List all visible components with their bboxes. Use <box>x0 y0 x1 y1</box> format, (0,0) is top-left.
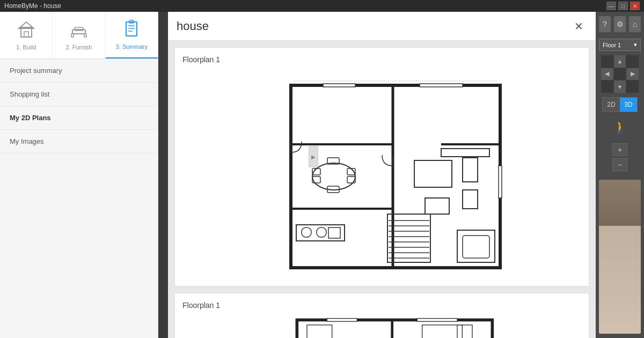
floor-selector[interactable]: Floor 1 ▾ <box>599 39 641 51</box>
floorplan-card-1: Floorplan 1 <box>174 47 589 286</box>
chevron-down-icon: ▾ <box>634 41 637 48</box>
maximize-button[interactable]: □ <box>618 2 628 10</box>
tab-summary-label: 3. Summary <box>116 43 148 50</box>
floor-selector-label: Floor 1 <box>603 42 621 48</box>
floorplan-2-label: Floorplan 1 <box>182 301 581 310</box>
svg-rect-48 <box>499 166 502 198</box>
window-title: HomeByMe - house <box>4 2 61 10</box>
floorplan-2-image <box>182 315 581 338</box>
floorplans-scroll[interactable]: Floorplan 1 <box>168 41 596 338</box>
svg-rect-5 <box>84 34 86 37</box>
home-icon: ⌂ <box>633 20 637 28</box>
minimize-button[interactable]: — <box>606 2 616 10</box>
window-controls: — □ ✕ <box>606 2 640 10</box>
floorplan-1-label: Floorplan 1 <box>182 55 581 64</box>
content-title: house <box>177 19 209 33</box>
svg-rect-57 <box>457 325 472 338</box>
sidebar-item-shopping-list[interactable]: Shopping list <box>0 83 158 106</box>
help-button[interactable]: ? <box>599 16 611 32</box>
svg-rect-37 <box>414 160 452 187</box>
nav-up-button[interactable]: ▲ <box>614 55 626 68</box>
sidebar-item-project-summary[interactable]: Project summary <box>0 59 158 83</box>
nav-tabs: 1. Build 2. Furnish <box>0 12 158 59</box>
settings-icon: ⚙ <box>617 20 624 28</box>
navigation-cross: ▲ ◀ ▶ ▼ <box>601 55 639 93</box>
svg-rect-53 <box>327 319 357 322</box>
sidebar-item-my-2d-plans[interactable]: My 2D Plans <box>0 106 158 130</box>
preview-3d <box>599 180 641 334</box>
tab-build[interactable]: 1. Build <box>0 12 53 58</box>
svg-rect-39 <box>463 190 478 209</box>
svg-rect-47 <box>420 84 463 87</box>
svg-rect-43 <box>463 236 489 258</box>
view-2d-button[interactable]: 2D <box>603 98 620 112</box>
zoom-out-button[interactable]: − <box>612 158 627 171</box>
view-3d-button[interactable]: 3D <box>620 98 637 112</box>
sidebar: 1. Build 2. Furnish <box>0 12 158 338</box>
human-figure-icon[interactable]: 🚶 <box>613 121 627 135</box>
svg-rect-50 <box>297 320 492 338</box>
right-panel-top-icons: ? ⚙ ⌂ <box>599 16 641 32</box>
content-close-button[interactable]: ✕ <box>570 18 587 35</box>
tab-furnish[interactable]: 2. Furnish <box>53 12 105 58</box>
svg-rect-38 <box>463 158 478 182</box>
svg-rect-54 <box>417 319 457 322</box>
svg-rect-56 <box>422 325 462 338</box>
svg-rect-55 <box>307 325 332 338</box>
svg-rect-40 <box>425 198 449 214</box>
svg-rect-7 <box>126 22 137 36</box>
svg-rect-2 <box>24 32 28 37</box>
home-button[interactable]: ⌂ <box>629 16 641 32</box>
zoom-controls: + − <box>612 143 627 171</box>
summary-icon <box>122 19 141 41</box>
content-area: house ✕ Floorplan 1 <box>168 12 596 338</box>
main-wrapper: 1. Build 2. Furnish <box>0 12 644 338</box>
build-icon <box>17 20 36 42</box>
floorplan-card-2: Floorplan 1 <box>174 293 589 338</box>
tab-summary[interactable]: 3. Summary <box>106 12 158 58</box>
nav-left-button[interactable]: ◀ <box>601 68 613 80</box>
title-bar: HomeByMe - house — □ ✕ <box>0 0 644 12</box>
right-panel: ? ⚙ ⌂ Floor 1 ▾ ▲ ◀ ▶ ▼ <box>596 12 644 338</box>
tab-furnish-label: 2. Furnish <box>66 44 92 50</box>
svg-rect-41 <box>441 149 489 157</box>
sidebar-menu: Project summary Shopping list My 2D Plan… <box>0 59 158 338</box>
nav-center <box>614 68 626 80</box>
svg-rect-36 <box>328 227 340 238</box>
svg-rect-4 <box>71 34 74 37</box>
furnish-icon <box>69 20 89 42</box>
nav-right-button[interactable]: ▶ <box>626 68 639 80</box>
svg-rect-35 <box>317 227 326 237</box>
floorplan-1-image <box>182 69 581 278</box>
view-toggle: 2D 3D <box>602 97 638 112</box>
nav-down-button[interactable]: ▼ <box>614 80 626 93</box>
tab-build-label: 1. Build <box>16 44 36 50</box>
content-header: house ✕ <box>168 12 596 41</box>
settings-button[interactable]: ⚙ <box>614 16 626 32</box>
svg-rect-34 <box>302 227 311 237</box>
sidebar-item-my-images[interactable]: My Images <box>0 130 158 153</box>
window-close-button[interactable]: ✕ <box>630 2 640 10</box>
sidebar-collapse-handle[interactable]: ▶ <box>309 146 318 167</box>
zoom-in-button[interactable]: + <box>612 143 627 156</box>
help-icon: ? <box>603 20 607 28</box>
svg-rect-46 <box>323 84 355 87</box>
